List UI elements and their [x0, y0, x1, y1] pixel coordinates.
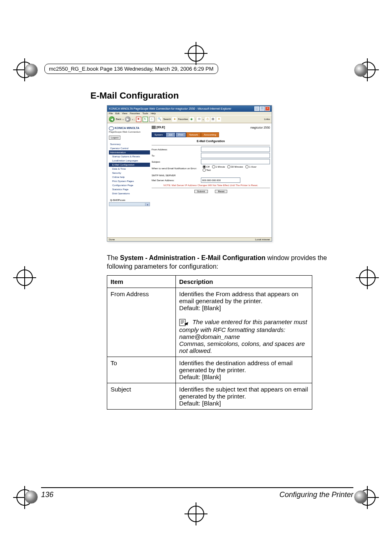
maximize-button[interactable]: □ — [260, 106, 265, 111]
intro-paragraph: The System - Administration - E-Mail Con… — [107, 254, 341, 271]
toolbar: ◀ Back ▾ ▶ ▾ | ✖ ↻ ⌂ | 🔍 Search ★ Favori… — [107, 115, 272, 123]
print-icon[interactable]: ⎙ — [205, 117, 210, 122]
table-row: To Identifies the destination address of… — [107, 357, 312, 383]
nav-print-system[interactable]: Print System Pages — [109, 179, 150, 183]
header-line: mc2550_RG_E.book Page 136 Wednesday, Mar… — [44, 64, 218, 74]
corner-ball-br — [354, 491, 367, 504]
label-to: To: — [152, 154, 201, 157]
cell-item-subject: Subject — [107, 383, 176, 409]
brand-sub: PageScope Web Connection — [109, 131, 150, 133]
forward-button[interactable]: ▶ — [125, 116, 131, 122]
menubar: File Edit View Favorites Tools Help — [107, 112, 272, 115]
menu-help[interactable]: Help — [151, 112, 156, 115]
nav-disk-ops[interactable]: Disk Operations — [109, 191, 150, 196]
status-done: Done — [109, 238, 115, 241]
mail-icon[interactable]: ✉ — [197, 117, 201, 122]
brand-logo: KONICA MINOLTA — [109, 127, 150, 130]
nav-localization[interactable]: Localization Languages — [109, 159, 150, 163]
close-button[interactable]: × — [265, 106, 270, 111]
radio-1min[interactable] — [212, 165, 215, 168]
chapter-title: Configuring the Printer — [279, 491, 353, 499]
th-description: Description — [176, 275, 312, 288]
history-icon[interactable]: ◉ — [189, 117, 194, 122]
cell-desc-subject: Identifies the subject text that appears… — [176, 383, 312, 409]
titlebar: KONICA MINOLTA PageScope Web Connection … — [107, 106, 272, 112]
radio-1hr[interactable] — [245, 165, 249, 168]
status-zone: Local intranet — [255, 238, 270, 241]
menu-favorites[interactable]: Favorites — [130, 112, 140, 115]
edit-icon[interactable]: ▤ — [211, 117, 215, 122]
browser-window: KONICA MINOLTA PageScope Web Connection … — [107, 105, 272, 242]
submit-button[interactable]: Submit — [194, 190, 208, 193]
table-row: From Address Identifies the From address… — [107, 288, 312, 357]
nav-administration[interactable]: Administration — [109, 150, 150, 154]
refresh-icon[interactable]: ↻ — [143, 117, 148, 122]
stop-icon[interactable]: ✖ — [136, 117, 141, 122]
cell-item-from: From Address — [107, 288, 176, 357]
th-item: Item — [107, 275, 176, 288]
favorites-icon[interactable]: ★ — [172, 117, 177, 122]
tab-system[interactable]: System — [152, 132, 166, 137]
cell-desc-to: Identifies the destination address of em… — [176, 357, 312, 383]
nav-online-help[interactable]: Online help — [109, 175, 150, 179]
tab-print[interactable]: Print — [175, 132, 186, 137]
divider — [152, 145, 270, 145]
crop-mark-bottom — [188, 506, 204, 522]
discuss-icon[interactable]: ✦ — [217, 117, 221, 122]
minimize-button[interactable]: _ — [254, 106, 259, 111]
nav-config-page[interactable]: Configuration Page — [109, 183, 150, 187]
nav-stats-page[interactable]: Statistics Page — [109, 187, 150, 191]
nav-list: Summary Operator Control Administration … — [109, 142, 150, 202]
menu-tools[interactable]: Tools — [143, 112, 148, 115]
tab-accounting[interactable]: Accounting — [201, 132, 219, 137]
label-from: From Address: — [152, 148, 201, 151]
printer-icon — [152, 126, 156, 129]
statusbar: Done Local intranet — [107, 237, 272, 241]
tab-network[interactable]: Network — [186, 132, 201, 137]
cell-item-to: To — [107, 357, 176, 383]
logout-button[interactable]: Logout — [109, 136, 120, 140]
crop-mark-right — [359, 269, 376, 286]
nav-qshop[interactable]: Q-SHOP.com — [109, 198, 150, 202]
status-idle: [IDLE] — [157, 126, 165, 129]
input-subject[interactable] — [201, 159, 270, 164]
window-title: KONICA MINOLTA PageScope Web Connection … — [109, 107, 231, 110]
nav-date-time[interactable]: Date & Time — [109, 167, 150, 171]
menu-view[interactable]: View — [122, 112, 127, 115]
menu-edit[interactable]: Edit — [115, 112, 120, 115]
radio-test[interactable] — [203, 168, 206, 172]
smtp-heading: SMTP MAIL SERVER — [152, 174, 270, 177]
input-mailserver[interactable] — [201, 177, 240, 183]
input-to[interactable] — [201, 153, 270, 158]
search-label[interactable]: Search — [163, 118, 171, 120]
radio-30min[interactable] — [227, 165, 231, 168]
corner-ball-tl — [25, 64, 38, 77]
nav-email-config[interactable]: E-Mail Configuration — [109, 163, 150, 167]
svg-rect-0 — [180, 319, 185, 326]
tab-job[interactable]: Job — [166, 132, 175, 137]
divider-2 — [152, 188, 270, 188]
sidebar: KONICA MINOLTA PageScope Web Connection … — [109, 125, 150, 236]
nav-security[interactable]: Security — [109, 171, 150, 175]
nav-startup[interactable]: Startup Options & Resets — [109, 154, 150, 159]
menu-file[interactable]: File — [109, 112, 113, 115]
nav-operator-control[interactable]: Operator Control — [109, 146, 150, 150]
home-icon[interactable]: ⌂ — [149, 117, 154, 122]
note-icon — [179, 319, 189, 326]
sidebar-scroll[interactable]: ▸ — [109, 202, 150, 206]
model-label: magicolor 2550 — [250, 126, 270, 129]
radio-off[interactable] — [203, 165, 206, 168]
links-label[interactable]: Links — [264, 118, 270, 120]
params-table: Item Description From Address Identifies… — [107, 275, 312, 410]
favorites-label[interactable]: Favorites — [178, 118, 188, 120]
reset-button[interactable]: Reset — [215, 190, 227, 193]
radio-group-when: Off 1 Minute 30 Minutes 1 Hour Test — [201, 165, 256, 172]
label-when: When to send Email Notification on Error… — [152, 167, 201, 170]
nav-summary[interactable]: Summary — [109, 142, 150, 146]
search-icon[interactable]: 🔍 — [157, 117, 162, 122]
input-from[interactable] — [201, 147, 270, 152]
table-row: Subject Identifies the subject text that… — [107, 383, 312, 409]
label-mailserver: Mail Server Address: — [152, 179, 201, 182]
back-button[interactable]: ◀ — [109, 116, 115, 122]
tabs: System Job Print Network Accounting — [152, 132, 270, 137]
